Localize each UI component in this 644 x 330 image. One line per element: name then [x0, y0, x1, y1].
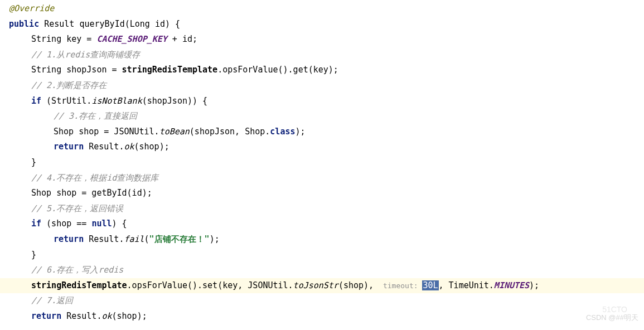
- assign: shopJson =: [66, 65, 122, 75]
- comment: // 7.返回: [9, 293, 644, 309]
- annotation: @Override: [9, 3, 54, 13]
- string-literal: "店铺不存在！": [149, 234, 210, 244]
- rest: ) {: [112, 219, 127, 229]
- pre: (StrUtil.: [41, 96, 91, 106]
- return-type: Result: [44, 19, 74, 29]
- comment: // 1.从redis查询商铺缓存: [9, 47, 644, 63]
- keyword-if: if: [31, 96, 41, 106]
- static-method: ok: [124, 142, 134, 152]
- code-line: if (shop == null) {: [9, 216, 644, 232]
- highlighted-line: stringRedisTemplate.opsForValue().set(ke…: [0, 278, 644, 294]
- t: Result.: [84, 142, 124, 152]
- rest: (shop);: [134, 142, 170, 152]
- brace-close: }: [9, 248, 644, 263]
- param: (shopJson, Shop.: [190, 127, 270, 137]
- code-line: return Result.ok(shop);: [9, 309, 644, 324]
- type: String: [31, 34, 61, 44]
- code-line: stringRedisTemplate.opsForValue().set(ke…: [9, 280, 539, 290]
- param-hint: timeout:: [379, 282, 422, 290]
- rest: );: [529, 280, 539, 290]
- static-method: toBean: [159, 127, 190, 137]
- t: Result.: [61, 311, 101, 321]
- field: stringRedisTemplate: [122, 65, 218, 75]
- rest: );: [296, 127, 306, 137]
- brace-close: }: [9, 155, 644, 171]
- brace: {: [170, 19, 180, 29]
- constant: CACHE_SHOP_KEY: [96, 34, 167, 44]
- method-name: queryById: [79, 19, 124, 29]
- constant: MINUTES: [494, 280, 529, 290]
- code-line: Shop shop = getById(id);: [9, 186, 644, 201]
- type: Shop: [31, 188, 51, 198]
- static-method: fail: [124, 234, 144, 244]
- static-method: ok: [101, 311, 112, 321]
- assign: key =: [66, 34, 96, 44]
- comment: // 3.存在，直接返回: [9, 109, 644, 124]
- watermark-primary: CSDN @##明天: [586, 310, 638, 326]
- type: String: [31, 65, 61, 75]
- code-line: if (StrUtil.isNotBlank(shopJson)) {: [9, 94, 644, 109]
- comment: // 5.不存在，返回错误: [9, 201, 644, 217]
- comment: // 6.存在，写入redis: [9, 263, 644, 278]
- code-line: String key = CACHE_SHOP_KEY + id;: [9, 32, 644, 47]
- keyword-if: if: [31, 219, 41, 229]
- keyword-null: null: [91, 219, 112, 229]
- assign: shop = getById(id);: [56, 188, 152, 198]
- static-method: toJsonStr: [293, 280, 338, 290]
- type: Shop: [54, 127, 74, 137]
- a: .opsForValue().set(key, JSONUtil.: [127, 280, 293, 290]
- field: stringRedisTemplate: [31, 280, 127, 290]
- rest: + id;: [167, 34, 197, 44]
- code-block: @Override public Result queryById(Long i…: [0, 0, 644, 324]
- p: (: [144, 234, 149, 244]
- b: (shop),: [338, 280, 379, 290]
- keyword-class: class: [270, 127, 295, 137]
- rest: (shop);: [112, 311, 147, 321]
- comment: // 2.判断是否存在: [9, 78, 644, 94]
- selected-value: 30L: [422, 280, 438, 290]
- code-line: public Result queryById(Long id) {: [9, 17, 644, 32]
- code-line: return Result.ok(shop);: [9, 139, 644, 155]
- param: Long id: [130, 19, 165, 29]
- pre: (shop ==: [41, 219, 91, 229]
- c: , TimeUnit.: [439, 280, 494, 290]
- post: (shopJson)) {: [142, 96, 207, 106]
- keyword-return: return: [31, 311, 61, 321]
- t: Result.: [84, 234, 124, 244]
- code-line: return Result.fail("店铺不存在！");: [9, 232, 644, 248]
- keyword-return: return: [54, 142, 84, 152]
- rest: .opsForValue().get(key);: [217, 65, 338, 75]
- code-line: String shopJson = stringRedisTemplate.op…: [9, 62, 644, 78]
- rest: );: [210, 234, 220, 244]
- code-line: @Override: [9, 1, 644, 17]
- keyword-public: public: [9, 19, 39, 29]
- static-method: isNotBlank: [91, 96, 142, 106]
- comment: // 4.不存在，根据id查询数据库: [9, 171, 644, 186]
- overlay-box: [460, 198, 546, 242]
- keyword-return: return: [54, 234, 84, 244]
- code-line: Shop shop = JSONUtil.toBean(shopJson, Sh…: [9, 124, 644, 140]
- assign: shop = JSONUtil.: [79, 127, 159, 137]
